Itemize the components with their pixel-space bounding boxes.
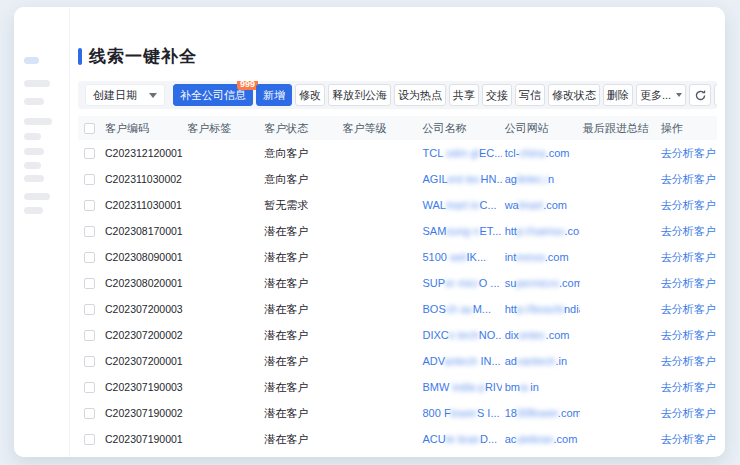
company-website-link[interactable]: supermicro.com [502, 270, 580, 296]
table-row: C202311030001暂无需求WALmart inC...walmart.c… [78, 192, 717, 218]
company-name-link[interactable]: TCL odm glEC... [420, 140, 502, 166]
column-header-2: 客户状态 [261, 116, 339, 140]
row-checkbox[interactable] [84, 330, 95, 341]
link-text: htt [505, 225, 517, 237]
link-text: 800 F [423, 407, 451, 419]
column-header-3: 客户等级 [339, 116, 419, 140]
analyze-customer-link[interactable]: 去分析客户 [658, 374, 717, 400]
toolbar-action-button-3[interactable]: 共享 [449, 84, 479, 106]
analyze-customer-link[interactable]: 去分析客户 [658, 166, 717, 192]
link-text: BOS [423, 303, 446, 315]
redacted-text: ent tec [448, 173, 481, 185]
redacted-text: antech [444, 355, 480, 367]
company-name-link[interactable]: 5100 welIK... [420, 244, 502, 270]
customer-code-cell: C202311030001 [102, 192, 184, 218]
company-name-link[interactable]: BOSch auM... [420, 296, 502, 322]
company-website-link[interactable]: walmart.com [502, 192, 580, 218]
toolbar-action-button-2[interactable]: 设为热点 [394, 84, 446, 106]
row-checkbox[interactable] [84, 382, 95, 393]
customer-code-cell: C202311030002 [102, 166, 184, 192]
row-checkbox[interactable] [84, 356, 95, 367]
row-checkbox-cell [78, 322, 102, 348]
table-row: C202311030002意向客户AGILent tecHN...agilete… [78, 166, 717, 192]
row-checkbox[interactable] [84, 408, 95, 419]
toolbar-action-button-1[interactable]: 释放到公海 [328, 84, 391, 106]
row-checkbox[interactable] [84, 148, 95, 159]
analyze-customer-link[interactable]: 去分析客户 [658, 140, 717, 166]
link-text: ET... [479, 225, 501, 237]
toolbar-action-button-5[interactable]: 写信 [515, 84, 545, 106]
link-text: wa [505, 199, 519, 211]
analyze-customer-link[interactable]: 去分析客户 [658, 296, 717, 322]
row-checkbox[interactable] [84, 252, 95, 263]
add-button[interactable]: 新增 [256, 84, 292, 106]
customer-code-cell: C202307200001 [102, 348, 184, 374]
more-button-label: 更多... [640, 88, 671, 103]
company-name-link[interactable]: SAMsung nET... [420, 218, 502, 244]
company-name-link[interactable]: ADVantech IN... [420, 348, 502, 374]
analyze-customer-link[interactable]: 去分析客户 [658, 244, 717, 270]
sidebar-skeleton-item[interactable] [24, 162, 41, 169]
company-name-link[interactable]: DIXCn techNO... [420, 322, 502, 348]
analyze-customer-link[interactable]: 去分析客户 [658, 270, 717, 296]
link-text: M... [473, 303, 491, 315]
sidebar-skeleton-item[interactable] [24, 148, 44, 155]
row-checkbox[interactable] [84, 174, 95, 185]
sidebar-skeleton-item[interactable] [24, 57, 39, 64]
analyze-customer-link[interactable]: 去分析客户 [658, 400, 717, 426]
sidebar-skeleton-item[interactable] [24, 207, 43, 214]
analyze-customer-link[interactable]: 去分析客户 [658, 218, 717, 244]
company-website-link[interactable]: acutebran.com [502, 426, 580, 452]
date-filter-select[interactable]: 创建日期 [85, 84, 165, 106]
analyze-customer-link[interactable]: 去分析客户 [658, 322, 717, 348]
analyze-customer-link[interactable]: 去分析客户 [658, 348, 717, 374]
company-name-link[interactable]: BMW india pRIV... [420, 374, 502, 400]
toolbar-action-button-0[interactable]: 修改 [295, 84, 325, 106]
company-website-link[interactable]: 1800flower.com [502, 400, 580, 426]
company-website-link[interactable]: agiletec.in [502, 166, 580, 192]
row-checkbox[interactable] [84, 200, 95, 211]
toolbar-action-button-4[interactable]: 交接 [482, 84, 512, 106]
settings-button[interactable] [714, 84, 717, 106]
company-website-link[interactable]: dixontec.com [502, 322, 580, 348]
company-website-link[interactable]: http://boschindia... [502, 296, 580, 322]
company-website-link[interactable]: intexnov.com [502, 244, 580, 270]
sidebar-skeleton-item[interactable] [24, 80, 50, 87]
row-checkbox[interactable] [84, 304, 95, 315]
sidebar-skeleton-item[interactable] [24, 175, 44, 182]
company-website-link[interactable]: advantech.in [502, 348, 580, 374]
row-checkbox[interactable] [84, 278, 95, 289]
row-checkbox[interactable] [84, 226, 95, 237]
analyze-customer-link[interactable]: 去分析客户 [658, 426, 717, 452]
company-website-link[interactable]: http://samsu.com [502, 218, 580, 244]
sidebar-skeleton-item[interactable] [24, 118, 52, 125]
company-name-link[interactable]: 800 FlowerS I... [420, 400, 502, 426]
toolbar-action-button-6[interactable]: 修改状态 [548, 84, 600, 106]
link-text: .com [546, 329, 570, 341]
sidebar-skeleton-item[interactable] [24, 133, 41, 140]
company-name-link[interactable]: AGILent tecHN... [420, 166, 502, 192]
customer-status-cell: 潜在客户 [261, 348, 339, 374]
sidebar-skeleton-item[interactable] [24, 98, 44, 105]
customer-grade-cell [339, 374, 419, 400]
select-all-checkbox[interactable] [84, 123, 95, 134]
company-website-link[interactable]: tcl-china.com [502, 140, 580, 166]
customer-status-cell: 暂无需求 [261, 192, 339, 218]
company-name-link[interactable]: WALmart inC... [420, 192, 502, 218]
analyze-customer-link[interactable]: 去分析客户 [658, 192, 717, 218]
link-text: dix [505, 329, 519, 341]
toolbar-action-button-7[interactable]: 删除 [603, 84, 633, 106]
sidebar-skeleton-item[interactable] [24, 193, 50, 200]
company-website-link[interactable]: bmw.in [502, 374, 580, 400]
company-name-link[interactable]: ACUte branD... [420, 426, 502, 452]
link-text: O ... [479, 277, 500, 289]
customer-status-cell: 意向客户 [261, 166, 339, 192]
refresh-button[interactable] [689, 84, 711, 106]
company-name-link[interactable]: SUPer micrO ... [420, 270, 502, 296]
table-row: C202307200003潜在客户BOSch auM...http://bosc… [78, 296, 717, 322]
redacted-text: er micr [445, 277, 479, 289]
link-text: in [530, 381, 539, 393]
complete-company-info-button[interactable]: 补全公司信息999 [173, 84, 253, 106]
row-checkbox[interactable] [84, 434, 95, 445]
more-button[interactable]: 更多... [636, 84, 686, 106]
